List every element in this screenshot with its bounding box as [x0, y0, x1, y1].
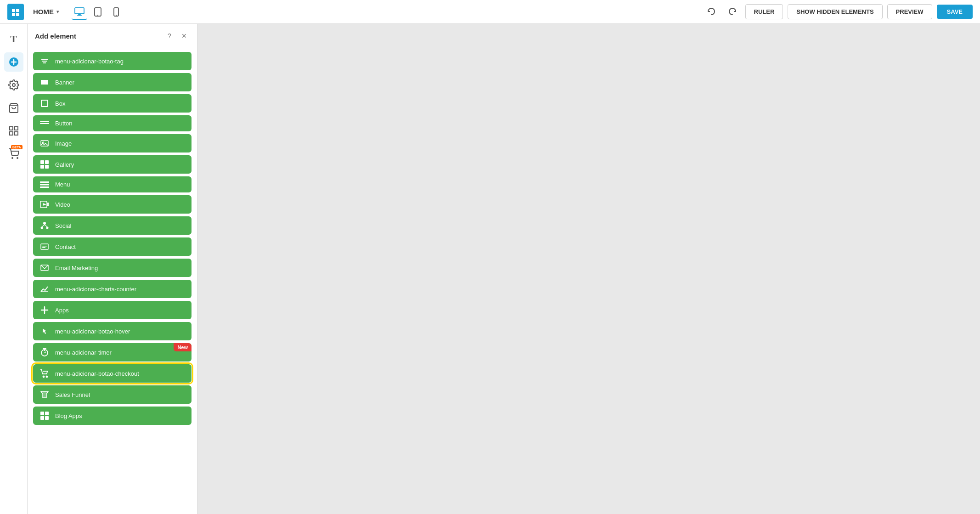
chevron-down-icon: ▾	[56, 9, 59, 14]
ruler-button[interactable]: RULER	[745, 4, 783, 19]
element-btn-button[interactable]: Button	[33, 115, 191, 131]
svg-point-39	[43, 222, 46, 225]
svg-rect-30	[40, 165, 44, 169]
svg-rect-60	[40, 416, 44, 420]
element-btn-video[interactable]: Video	[33, 195, 191, 214]
preview-button[interactable]: PREVIEW	[887, 4, 932, 19]
blog-apps-label: Blog Apps	[55, 412, 185, 419]
svg-line-43	[45, 225, 47, 227]
element-btn-contact[interactable]: Contact	[33, 237, 191, 256]
sidebar-item-text[interactable]: T	[4, 29, 23, 49]
desktop-device-button[interactable]	[72, 4, 87, 20]
left-sidebar: T	[0, 24, 28, 514]
svg-point-56	[46, 376, 48, 378]
panel-header-icons: ? ✕	[164, 30, 190, 41]
main-layout: T	[0, 24, 980, 514]
svg-rect-2	[12, 13, 15, 16]
social-icon	[39, 221, 50, 230]
email-marketing-label: Email Marketing	[55, 265, 185, 271]
video-label: Video	[55, 201, 185, 208]
svg-rect-26	[41, 141, 48, 146]
svg-rect-16	[10, 127, 13, 130]
svg-rect-18	[10, 132, 13, 135]
svg-rect-19	[15, 132, 18, 135]
svg-rect-17	[15, 127, 18, 130]
home-menu[interactable]: HOME ▾	[29, 6, 62, 17]
sales-funnel-icon	[39, 390, 50, 399]
sidebar-item-add[interactable]	[4, 52, 23, 72]
save-button[interactable]: SAVE	[937, 5, 973, 19]
timer-label: menu-adicionar-timer	[55, 349, 185, 356]
charts-counter-label: menu-adicionar-charts-counter	[55, 286, 185, 293]
svg-rect-33	[40, 184, 49, 185]
blog-apps-icon	[39, 411, 50, 420]
element-btn-timer[interactable]: menu-adicionar-timerNew	[33, 343, 191, 361]
tablet-device-button[interactable]	[90, 4, 106, 20]
timer-icon	[39, 348, 50, 357]
image-label: Image	[55, 140, 185, 147]
home-label: HOME	[33, 8, 54, 16]
hover-btn-icon	[39, 327, 50, 336]
menu-tag-label: menu-adicionar-botao-tag	[55, 58, 185, 65]
svg-point-20	[12, 158, 13, 158]
sidebar-item-beta[interactable]: BETA	[4, 144, 23, 164]
element-btn-box[interactable]: Box	[33, 94, 191, 113]
element-btn-image[interactable]: Image	[33, 134, 191, 153]
element-btn-menu-tag[interactable]: menu-adicionar-botao-tag	[33, 52, 191, 70]
svg-point-21	[17, 158, 18, 158]
menu-icon	[39, 181, 50, 188]
sales-funnel-label: Sales Funnel	[55, 391, 185, 398]
svg-line-42	[42, 225, 45, 227]
panel-header: Add element ? ✕	[28, 24, 197, 48]
video-icon	[39, 200, 50, 209]
brand-logo	[7, 4, 24, 20]
charts-counter-icon	[39, 284, 50, 294]
banner-label: Banner	[55, 79, 185, 86]
banner-icon	[39, 78, 50, 87]
sidebar-item-store[interactable]	[4, 98, 23, 118]
new-badge: New	[174, 343, 191, 351]
element-btn-banner[interactable]: Banner	[33, 73, 191, 91]
element-btn-email-marketing[interactable]: Email Marketing	[33, 259, 191, 277]
element-btn-checkout[interactable]: menu-adicionar-botao-checkout	[33, 364, 191, 383]
svg-point-55	[43, 376, 45, 378]
mobile-device-button[interactable]	[108, 4, 124, 20]
show-hidden-button[interactable]: SHOW HIDDEN ELEMENTS	[788, 4, 882, 19]
canvas-area[interactable]	[197, 24, 980, 514]
apps-icon	[39, 305, 50, 315]
redo-button[interactable]	[724, 4, 741, 20]
svg-point-41	[46, 227, 49, 229]
panel-help-button[interactable]: ?	[164, 30, 175, 41]
toolbar-right: RULER SHOW HIDDEN ELEMENTS PREVIEW SAVE	[703, 4, 973, 20]
svg-rect-46	[42, 247, 45, 248]
svg-rect-45	[42, 246, 47, 247]
element-btn-apps[interactable]: Apps	[33, 301, 191, 319]
elements-list: menu-adicionar-botao-tagBannerBoxButtonI…	[28, 48, 197, 514]
panel-close-button[interactable]: ✕	[179, 30, 190, 41]
element-btn-social[interactable]: Social	[33, 216, 191, 235]
menu-tag-icon	[39, 56, 50, 66]
svg-rect-59	[45, 412, 49, 415]
sidebar-item-settings[interactable]	[4, 75, 23, 95]
svg-rect-25	[40, 123, 49, 124]
button-label: Button	[55, 120, 185, 127]
sidebar-item-grid[interactable]	[4, 121, 23, 141]
contact-icon	[39, 242, 50, 251]
svg-point-14	[12, 84, 15, 86]
element-btn-charts-counter[interactable]: menu-adicionar-charts-counter	[33, 280, 191, 298]
svg-point-10	[116, 15, 117, 16]
element-btn-gallery[interactable]: Gallery	[33, 155, 191, 174]
add-element-panel: Add element ? ✕ menu-adicionar-botao-tag…	[28, 24, 197, 514]
box-icon	[39, 99, 50, 108]
checkout-icon	[39, 369, 50, 378]
element-btn-sales-funnel[interactable]: Sales Funnel	[33, 385, 191, 404]
element-btn-menu[interactable]: Menu	[33, 176, 191, 192]
undo-button[interactable]	[703, 4, 720, 20]
element-btn-blog-apps[interactable]: Blog Apps	[33, 407, 191, 425]
social-label: Social	[55, 222, 185, 229]
svg-marker-57	[41, 391, 48, 398]
svg-marker-36	[43, 203, 46, 206]
svg-rect-37	[47, 203, 49, 204]
element-btn-hover-btn[interactable]: menu-adicionar-botao-hover	[33, 322, 191, 340]
svg-rect-38	[47, 204, 49, 206]
